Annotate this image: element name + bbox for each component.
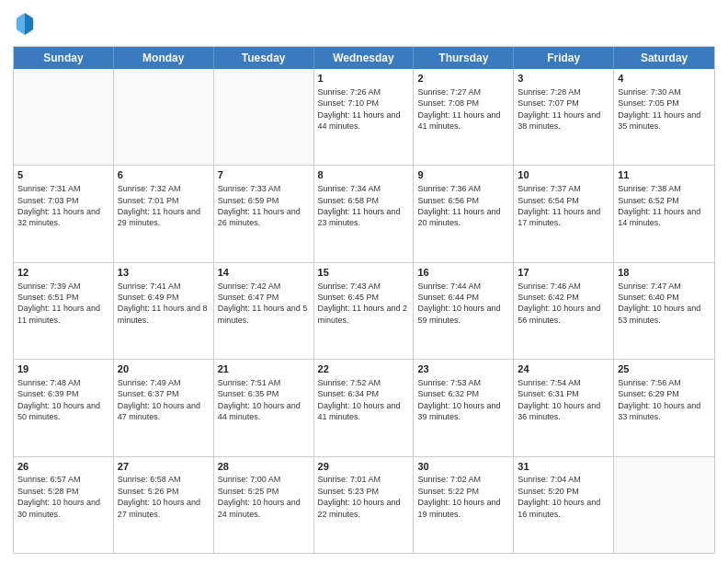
cell-sun-info: Sunrise: 7:49 AM Sunset: 6:37 PM Dayligh… — [118, 377, 210, 423]
day-number: 25 — [618, 362, 711, 376]
calendar-cell: 11Sunrise: 7:38 AM Sunset: 6:52 PM Dayli… — [614, 166, 714, 261]
cell-sun-info: Sunrise: 7:33 AM Sunset: 6:59 PM Dayligh… — [218, 183, 310, 229]
calendar-row: 1Sunrise: 7:26 AM Sunset: 7:10 PM Daylig… — [14, 69, 714, 166]
day-number: 13 — [118, 266, 210, 280]
calendar-cell: 10Sunrise: 7:37 AM Sunset: 6:54 PM Dayli… — [514, 166, 614, 261]
day-number: 23 — [417, 362, 509, 376]
day-number: 4 — [618, 72, 711, 86]
weekday-header: Tuesday — [214, 47, 314, 69]
calendar-cell: 16Sunrise: 7:44 AM Sunset: 6:44 PM Dayli… — [414, 263, 514, 359]
calendar-cell — [114, 69, 214, 165]
calendar-cell: 17Sunrise: 7:46 AM Sunset: 6:42 PM Dayli… — [514, 263, 614, 359]
calendar-cell: 8Sunrise: 7:34 AM Sunset: 6:58 PM Daylig… — [314, 166, 415, 261]
cell-sun-info: Sunrise: 7:54 AM Sunset: 6:31 PM Dayligh… — [518, 377, 609, 423]
logo-icon — [15, 11, 35, 37]
calendar-cell: 4Sunrise: 7:30 AM Sunset: 7:05 PM Daylig… — [614, 69, 714, 165]
logo-text — [13, 13, 35, 40]
cell-sun-info: Sunrise: 7:42 AM Sunset: 6:47 PM Dayligh… — [218, 281, 310, 327]
day-number: 21 — [218, 362, 310, 376]
calendar-cell: 3Sunrise: 7:28 AM Sunset: 7:07 PM Daylig… — [514, 69, 614, 165]
cell-sun-info: Sunrise: 7:01 AM Sunset: 5:23 PM Dayligh… — [318, 474, 410, 520]
day-number: 3 — [518, 72, 609, 86]
cell-sun-info: Sunrise: 6:57 AM Sunset: 5:28 PM Dayligh… — [17, 474, 109, 520]
day-number: 5 — [17, 168, 109, 182]
day-number: 20 — [118, 362, 210, 376]
cell-sun-info: Sunrise: 7:51 AM Sunset: 6:35 PM Dayligh… — [218, 377, 310, 423]
svg-marker-1 — [25, 13, 33, 35]
calendar-cell: 19Sunrise: 7:48 AM Sunset: 6:39 PM Dayli… — [14, 360, 114, 455]
calendar-cell: 5Sunrise: 7:31 AM Sunset: 7:03 PM Daylig… — [14, 166, 114, 261]
day-number: 14 — [218, 266, 310, 280]
calendar-cell: 13Sunrise: 7:41 AM Sunset: 6:49 PM Dayli… — [114, 263, 214, 359]
calendar-cell: 14Sunrise: 7:42 AM Sunset: 6:47 PM Dayli… — [214, 263, 314, 359]
cell-sun-info: Sunrise: 7:27 AM Sunset: 7:08 PM Dayligh… — [417, 86, 509, 132]
day-number: 15 — [318, 266, 410, 280]
cell-sun-info: Sunrise: 7:56 AM Sunset: 6:29 PM Dayligh… — [618, 377, 711, 423]
day-number: 30 — [417, 460, 509, 474]
calendar-header: SundayMondayTuesdayWednesdayThursdayFrid… — [14, 47, 714, 69]
calendar-body: 1Sunrise: 7:26 AM Sunset: 7:10 PM Daylig… — [14, 69, 714, 553]
cell-sun-info: Sunrise: 7:48 AM Sunset: 6:39 PM Dayligh… — [17, 377, 109, 423]
calendar-cell: 25Sunrise: 7:56 AM Sunset: 6:29 PM Dayli… — [614, 360, 714, 455]
day-number: 17 — [518, 266, 609, 280]
cell-sun-info: Sunrise: 7:52 AM Sunset: 6:34 PM Dayligh… — [318, 377, 410, 423]
header — [13, 9, 715, 40]
cell-sun-info: Sunrise: 7:43 AM Sunset: 6:45 PM Dayligh… — [318, 281, 410, 327]
day-number: 9 — [417, 168, 509, 182]
day-number: 10 — [518, 168, 609, 182]
cell-sun-info: Sunrise: 7:30 AM Sunset: 7:05 PM Dayligh… — [618, 86, 711, 132]
calendar-row: 12Sunrise: 7:39 AM Sunset: 6:51 PM Dayli… — [14, 263, 714, 360]
cell-sun-info: Sunrise: 7:46 AM Sunset: 6:42 PM Dayligh… — [518, 281, 609, 327]
cell-sun-info: Sunrise: 7:28 AM Sunset: 7:07 PM Dayligh… — [518, 86, 609, 132]
day-number: 28 — [218, 460, 310, 474]
cell-sun-info: Sunrise: 6:58 AM Sunset: 5:26 PM Dayligh… — [118, 474, 210, 520]
calendar-cell: 23Sunrise: 7:53 AM Sunset: 6:32 PM Dayli… — [414, 360, 514, 455]
day-number: 16 — [417, 266, 509, 280]
cell-sun-info: Sunrise: 7:41 AM Sunset: 6:49 PM Dayligh… — [118, 281, 210, 327]
calendar-cell: 26Sunrise: 6:57 AM Sunset: 5:28 PM Dayli… — [14, 457, 114, 553]
calendar-cell: 21Sunrise: 7:51 AM Sunset: 6:35 PM Dayli… — [214, 360, 314, 455]
day-number: 12 — [17, 266, 109, 280]
cell-sun-info: Sunrise: 7:44 AM Sunset: 6:44 PM Dayligh… — [417, 281, 509, 327]
calendar-cell: 18Sunrise: 7:47 AM Sunset: 6:40 PM Dayli… — [614, 263, 714, 359]
calendar-row: 26Sunrise: 6:57 AM Sunset: 5:28 PM Dayli… — [14, 457, 714, 553]
calendar-cell: 31Sunrise: 7:04 AM Sunset: 5:20 PM Dayli… — [514, 457, 614, 553]
cell-sun-info: Sunrise: 7:04 AM Sunset: 5:20 PM Dayligh… — [518, 474, 609, 520]
day-number: 18 — [618, 266, 711, 280]
calendar-cell — [214, 69, 314, 165]
day-number: 7 — [218, 168, 310, 182]
calendar-cell: 29Sunrise: 7:01 AM Sunset: 5:23 PM Dayli… — [314, 457, 415, 553]
weekday-header: Thursday — [414, 47, 514, 69]
day-number: 24 — [518, 362, 609, 376]
weekday-header: Friday — [514, 47, 614, 69]
cell-sun-info: Sunrise: 7:36 AM Sunset: 6:56 PM Dayligh… — [417, 183, 509, 229]
logo — [13, 13, 35, 40]
calendar-row: 19Sunrise: 7:48 AM Sunset: 6:39 PM Dayli… — [14, 360, 714, 456]
calendar-cell: 1Sunrise: 7:26 AM Sunset: 7:10 PM Daylig… — [314, 69, 415, 165]
calendar-cell: 30Sunrise: 7:02 AM Sunset: 5:22 PM Dayli… — [414, 457, 514, 553]
calendar-cell — [14, 69, 114, 165]
calendar-cell: 7Sunrise: 7:33 AM Sunset: 6:59 PM Daylig… — [214, 166, 314, 261]
cell-sun-info: Sunrise: 7:26 AM Sunset: 7:10 PM Dayligh… — [318, 86, 410, 132]
cell-sun-info: Sunrise: 7:53 AM Sunset: 6:32 PM Dayligh… — [417, 377, 509, 423]
cell-sun-info: Sunrise: 7:32 AM Sunset: 7:01 PM Dayligh… — [118, 183, 210, 229]
calendar-cell: 20Sunrise: 7:49 AM Sunset: 6:37 PM Dayli… — [114, 360, 214, 455]
calendar-row: 5Sunrise: 7:31 AM Sunset: 7:03 PM Daylig… — [14, 166, 714, 262]
day-number: 8 — [318, 168, 410, 182]
weekday-header: Sunday — [14, 47, 114, 69]
day-number: 22 — [318, 362, 410, 376]
cell-sun-info: Sunrise: 7:34 AM Sunset: 6:58 PM Dayligh… — [318, 183, 410, 229]
day-number: 29 — [318, 460, 410, 474]
logo-general — [13, 13, 35, 40]
calendar-cell: 9Sunrise: 7:36 AM Sunset: 6:56 PM Daylig… — [414, 166, 514, 261]
calendar-cell: 22Sunrise: 7:52 AM Sunset: 6:34 PM Dayli… — [314, 360, 415, 455]
calendar-cell: 6Sunrise: 7:32 AM Sunset: 7:01 PM Daylig… — [114, 166, 214, 261]
day-number: 31 — [518, 460, 609, 474]
page: SundayMondayTuesdayWednesdayThursdayFrid… — [0, 0, 728, 563]
weekday-header: Wednesday — [314, 47, 415, 69]
day-number: 27 — [118, 460, 210, 474]
calendar-cell: 27Sunrise: 6:58 AM Sunset: 5:26 PM Dayli… — [114, 457, 214, 553]
calendar-cell: 2Sunrise: 7:27 AM Sunset: 7:08 PM Daylig… — [414, 69, 514, 165]
day-number: 2 — [417, 72, 509, 86]
cell-sun-info: Sunrise: 7:47 AM Sunset: 6:40 PM Dayligh… — [618, 281, 711, 327]
